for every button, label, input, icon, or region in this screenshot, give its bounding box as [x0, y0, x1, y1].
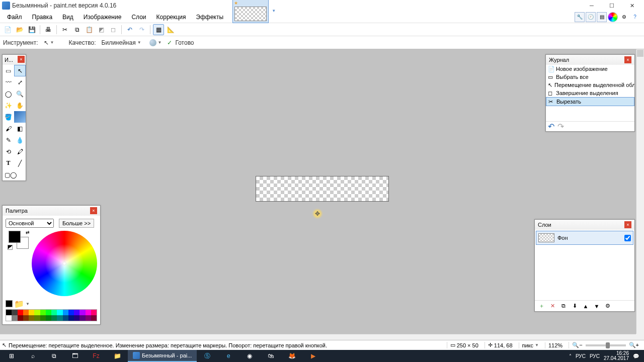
palette-color[interactable]: [46, 310, 51, 315]
palette-color[interactable]: [40, 315, 46, 321]
primary-color[interactable]: [9, 231, 21, 243]
tool-zoom[interactable]: 🔍: [14, 88, 26, 100]
history-item[interactable]: ▭Выбрать все: [546, 73, 634, 81]
canvas[interactable]: [256, 176, 389, 202]
palette-color[interactable]: [63, 315, 68, 321]
more-colors-button[interactable]: Больше >>: [59, 219, 94, 228]
history-item[interactable]: ◻Завершение выделения: [546, 89, 634, 97]
palette-color[interactable]: [29, 310, 34, 315]
palette-color[interactable]: [12, 315, 17, 321]
taskbar-app-skype[interactable]: Ⓢ: [197, 350, 218, 362]
tool-line[interactable]: ╱: [14, 157, 26, 169]
close-button[interactable]: ✕: [622, 0, 642, 11]
merge-down-icon[interactable]: ⬇: [570, 302, 579, 311]
grid-icon[interactable]: ▦: [153, 24, 164, 35]
tool-pan[interactable]: ✋: [14, 100, 26, 111]
undo-all-icon[interactable]: ↶: [548, 122, 554, 131]
tool-magic-wand[interactable]: ✨: [3, 100, 14, 111]
tray-lang1[interactable]: РУС: [576, 353, 586, 359]
palette-color[interactable]: [91, 310, 97, 315]
start-button[interactable]: ⊞: [1, 350, 22, 362]
palette-color[interactable]: [86, 310, 91, 315]
zoom-slider[interactable]: [586, 344, 626, 346]
palette-color[interactable]: [12, 310, 17, 315]
delete-layer-icon[interactable]: ✕: [548, 302, 557, 311]
tools-panel-header[interactable]: И... ×: [3, 55, 26, 65]
tray-lang2[interactable]: РУС: [590, 353, 600, 359]
system-tray[interactable]: ˄ РУС РУС 16:26 27.04.2017 💬: [565, 351, 643, 361]
tool-selector[interactable]: ↖ ▼: [41, 38, 57, 47]
open-icon[interactable]: 📂: [14, 24, 25, 35]
palette-color[interactable]: [18, 315, 23, 321]
taskbar-app-filezilla[interactable]: Fz: [86, 350, 107, 362]
palette-color[interactable]: [34, 310, 40, 315]
tray-clock[interactable]: 16:26 27.04.2017: [604, 351, 629, 361]
palette-color[interactable]: [46, 315, 51, 321]
menu-image[interactable]: Изображение: [78, 12, 127, 22]
layer-visible-checkbox[interactable]: [624, 235, 631, 241]
vertical-scrollbar[interactable]: [636, 49, 644, 334]
tool-eraser[interactable]: ◧: [14, 123, 26, 134]
reset-colors-icon[interactable]: [8, 245, 13, 250]
layer-row[interactable]: Фон: [536, 231, 633, 245]
taskbar-app-files[interactable]: 📁: [107, 350, 128, 362]
zoom-in-icon[interactable]: 🔍+: [629, 342, 639, 348]
palette-color[interactable]: [51, 315, 57, 321]
taskbar-app-paintnet[interactable]: Безымянный - pai...: [128, 350, 197, 362]
menu-edit[interactable]: Правка: [27, 12, 58, 22]
cut-icon[interactable]: ✂: [59, 24, 70, 35]
move-up-icon[interactable]: ▲: [581, 302, 590, 311]
quality-selector[interactable]: Билинейная ▼: [99, 38, 144, 47]
minimize-button[interactable]: ─: [582, 0, 602, 11]
palette-strip[interactable]: [6, 309, 97, 321]
tool-recolor[interactable]: 🖍: [14, 146, 26, 157]
search-icon[interactable]: ⌕: [22, 350, 43, 362]
toggle-colors-icon[interactable]: [608, 12, 618, 22]
taskbar-app-media[interactable]: ▶: [302, 350, 324, 362]
palette-color[interactable]: [57, 315, 62, 321]
tool-brush[interactable]: 🖌: [3, 123, 14, 134]
layer-props-icon[interactable]: ⚙: [603, 302, 612, 311]
tool-picker[interactable]: 💧: [14, 134, 26, 146]
menu-file[interactable]: Файл: [2, 12, 27, 22]
taskbar-app-edge[interactable]: e: [218, 350, 239, 362]
crop-icon[interactable]: ◩: [96, 24, 107, 35]
palette-color[interactable]: [29, 315, 34, 321]
thumb-list-dropdown[interactable]: ▼: [270, 0, 278, 23]
taskbar-app-firefox[interactable]: 🦊: [281, 350, 302, 362]
redo-all-icon[interactable]: ↷: [557, 122, 564, 131]
palette-color[interactable]: [57, 310, 62, 315]
palette-color[interactable]: [23, 315, 29, 321]
history-item[interactable]: ✂Вырезать: [546, 97, 634, 106]
print-icon[interactable]: 🖶: [43, 24, 54, 35]
palette-color[interactable]: [68, 315, 74, 321]
settings-icon[interactable]: ⚙: [619, 12, 629, 22]
color-mode-select[interactable]: Основной: [6, 219, 54, 228]
notifications-icon[interactable]: 💬: [633, 353, 639, 359]
palette-color[interactable]: [6, 310, 12, 315]
chevron-down-icon[interactable]: ▼: [26, 302, 30, 306]
task-view-icon[interactable]: ⧉: [43, 350, 64, 362]
tray-chevron-icon[interactable]: ˄: [569, 353, 572, 359]
colors-panel-header[interactable]: Палитра ×: [3, 206, 100, 216]
palette-color[interactable]: [91, 315, 97, 321]
undo-icon[interactable]: ↶: [124, 24, 135, 35]
new-icon[interactable]: 📄: [2, 24, 13, 35]
maximize-button[interactable]: ☐: [602, 0, 622, 11]
palette-color[interactable]: [51, 310, 57, 315]
paste-icon[interactable]: 📋: [84, 24, 95, 35]
palette-color[interactable]: [74, 315, 79, 321]
tool-text[interactable]: T: [3, 157, 14, 169]
save-icon[interactable]: 💾: [26, 24, 37, 35]
menu-view[interactable]: Вид: [57, 12, 78, 22]
tool-ellipse-select[interactable]: ◯: [3, 88, 14, 100]
palette-color[interactable]: [40, 310, 46, 315]
palette-color[interactable]: [68, 310, 74, 315]
toggle-tools-icon[interactable]: 🔧: [575, 12, 585, 22]
menu-effects[interactable]: Эффекты: [191, 12, 229, 22]
help-icon[interactable]: ?: [630, 12, 640, 22]
ruler-icon[interactable]: 📐: [165, 24, 176, 35]
color-wheel[interactable]: [32, 231, 97, 296]
history-close-button[interactable]: ×: [624, 56, 631, 63]
primary-secondary-swatch[interactable]: ⇄: [9, 231, 29, 249]
